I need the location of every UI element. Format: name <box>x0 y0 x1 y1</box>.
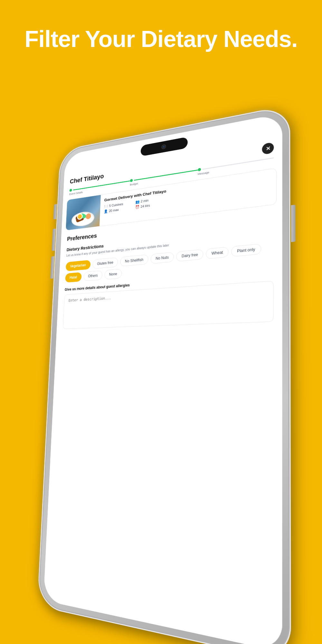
power-button <box>291 205 296 242</box>
preferences-section: Preferences Dietary Restrictions Let us … <box>56 209 282 334</box>
max-icon: 👤 <box>104 209 108 213</box>
chip-plant-only[interactable]: Plant only <box>231 243 261 257</box>
step-dot-1 <box>70 189 72 192</box>
mute-button <box>53 204 57 220</box>
chip-dairy-free[interactable]: Dairy free <box>176 249 204 261</box>
chip-wheat[interactable]: Wheat <box>206 247 229 259</box>
app-title: Chef Titilayo <box>70 172 104 185</box>
hero-section: Filter Your Dietary Needs. <box>0 26 322 52</box>
chip-vegetarian[interactable]: Vegetarian <box>66 260 91 271</box>
meta-time-value: 2 min <box>141 198 148 203</box>
chip-none[interactable]: None <box>104 269 122 279</box>
close-button[interactable]: ✕ <box>262 142 274 155</box>
hero-title: Filter Your Dietary Needs. <box>19 26 303 52</box>
meta-hrs-value: 24 Hrs <box>140 204 150 208</box>
phone-mockup: Chef Titilayo ✕ Event Details <box>37 105 291 644</box>
volume-up-button <box>52 229 56 251</box>
step-dot-3 <box>198 168 201 171</box>
meta-cuisines-value: 5 Cuisines <box>109 202 123 207</box>
phone-screen: Chef Titilayo ✕ Event Details <box>43 113 282 644</box>
hrs-icon: ⏰ <box>135 204 140 209</box>
volume-down-button <box>50 256 54 279</box>
chip-halal[interactable]: Halal <box>65 272 82 282</box>
step-dot-2 <box>130 179 133 182</box>
meta-max-value: 20 max <box>109 208 119 213</box>
step-label-3: Message <box>198 171 209 175</box>
time-icon: 👥 <box>135 199 140 204</box>
food-plate-illustration <box>71 206 95 227</box>
chip-no-nuts[interactable]: No Nuts <box>150 252 174 264</box>
camera-icon <box>161 144 166 149</box>
app-content: Chef Titilayo ✕ Event Details <box>43 136 282 644</box>
chip-no-shellfish[interactable]: No Shellfish <box>120 254 148 267</box>
cuisine-icon: 🍽️ <box>104 204 108 208</box>
phone-shell: Chef Titilayo ✕ Event Details <box>37 105 291 644</box>
chef-card-image <box>66 195 101 230</box>
chip-others[interactable]: Others <box>83 270 102 281</box>
chip-gluten-free[interactable]: Gluten free <box>92 257 118 269</box>
step-label-2: Budget <box>130 182 138 186</box>
